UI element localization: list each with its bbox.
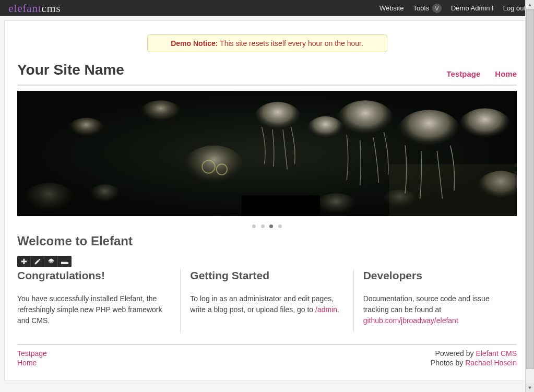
col-body-suffix: . <box>337 305 339 314</box>
demo-notice: Demo Notice: This site resets itself eve… <box>147 34 387 52</box>
col-body: To log in as an administrator and edit p… <box>190 293 343 315</box>
svg-point-2 <box>139 100 182 127</box>
col-getting-started: Getting Started To log in as an administ… <box>181 269 353 332</box>
welcome-heading: Welcome to Elefant <box>17 234 517 248</box>
logo-part-1: elefant <box>8 2 41 15</box>
svg-rect-16 <box>389 164 517 216</box>
nav-tools[interactable]: Tools V <box>413 4 442 13</box>
col-body: Documentation, source code and issue tra… <box>363 293 517 326</box>
content-columns: Congratulations! You have successfully i… <box>17 269 517 332</box>
versions-button[interactable] <box>44 256 58 267</box>
footer-credits: Powered by Elefant CMS Photos by Rachael… <box>431 349 517 368</box>
minus-icon: ▬ <box>61 257 68 266</box>
nav-tools-label: Tools <box>413 4 429 12</box>
admin-topbar: elefantcms Website Tools V Demo Admin I … <box>0 0 534 16</box>
slider-dots <box>17 221 517 230</box>
topbar-nav: Website Tools V Demo Admin I Log out <box>379 4 526 13</box>
svg-point-11 <box>397 110 461 155</box>
scroll-up-button[interactable]: ▲ <box>526 0 534 9</box>
svg-point-1 <box>68 118 105 141</box>
svg-point-8 <box>254 102 302 136</box>
tools-badge-icon: V <box>432 4 442 13</box>
nav-link-testpage[interactable]: Testpage <box>447 69 481 78</box>
svg-point-6 <box>89 184 121 208</box>
photos-by-link[interactable]: Rachael Hosein <box>465 359 517 367</box>
powered-by-link[interactable]: Elefant CMS <box>476 349 517 358</box>
footer-link-testpage[interactable]: Testpage <box>17 349 47 358</box>
col-title: Developers <box>363 269 517 282</box>
divider <box>17 85 517 86</box>
photos-by-prefix: Photos by <box>431 359 465 367</box>
layers-icon <box>48 258 55 265</box>
notice-text: This site resets itself every hour on th… <box>220 39 363 47</box>
header-row: Your Site Name Testpage Home <box>17 62 517 78</box>
powered-by-prefix: Powered by <box>435 349 476 358</box>
nav-user[interactable]: Demo Admin I <box>451 4 494 12</box>
slider-dot-1[interactable] <box>252 224 256 228</box>
nav-link-home[interactable]: Home <box>495 69 517 78</box>
nav-website[interactable]: Website <box>379 4 404 12</box>
site-title: Your Site Name <box>17 62 124 78</box>
notice-label: Demo Notice: <box>171 39 218 47</box>
primary-nav: Testpage Home <box>447 69 517 78</box>
footer: Testpage Home Powered by Elefant CMS Pho… <box>17 349 517 368</box>
hero-slider[interactable] <box>17 91 517 216</box>
edit-button[interactable] <box>31 256 44 267</box>
plus-icon: ✚ <box>21 257 27 266</box>
vertical-scrollbar[interactable]: ▲ ▼ <box>525 0 534 385</box>
logo[interactable]: elefantcms <box>8 2 61 15</box>
scroll-thumb[interactable] <box>526 9 534 369</box>
logo-part-2: cms <box>41 2 61 15</box>
footer-link-home[interactable]: Home <box>17 359 37 367</box>
page-container: Demo Notice: This site resets itself eve… <box>4 20 530 381</box>
svg-point-12 <box>458 108 512 145</box>
add-button[interactable]: ✚ <box>17 256 31 267</box>
slider-dot-2[interactable] <box>261 224 265 228</box>
footer-nav: Testpage Home <box>17 349 47 368</box>
col-congratulations: Congratulations! You have successfully i… <box>17 269 181 332</box>
col-developers: Developers Documentation, source code an… <box>354 269 517 332</box>
scroll-down-button[interactable]: ▼ <box>526 383 534 385</box>
pencil-icon <box>34 258 41 265</box>
github-link[interactable]: github.com/jbroadway/elefant <box>363 316 458 325</box>
col-title: Getting Started <box>190 269 343 282</box>
slider-overlay-box <box>242 195 320 216</box>
slider-dot-3[interactable] <box>269 224 273 228</box>
col-title: Congratulations! <box>17 269 171 282</box>
delete-button[interactable]: ▬ <box>58 256 72 267</box>
footer-divider <box>17 344 517 345</box>
col-body-prefix: To log in as an administrator and edit p… <box>190 294 334 314</box>
col-body-prefix: Documentation, source code and issue tra… <box>363 294 490 314</box>
admin-link[interactable]: /admin <box>315 305 337 314</box>
svg-point-10 <box>336 100 395 142</box>
edit-toolbar: ✚ ▬ <box>17 256 72 267</box>
nav-logout[interactable]: Log out <box>503 4 526 12</box>
slider-dot-4[interactable] <box>278 224 282 228</box>
col-body: You have successfully installed Elefant,… <box>17 293 171 326</box>
